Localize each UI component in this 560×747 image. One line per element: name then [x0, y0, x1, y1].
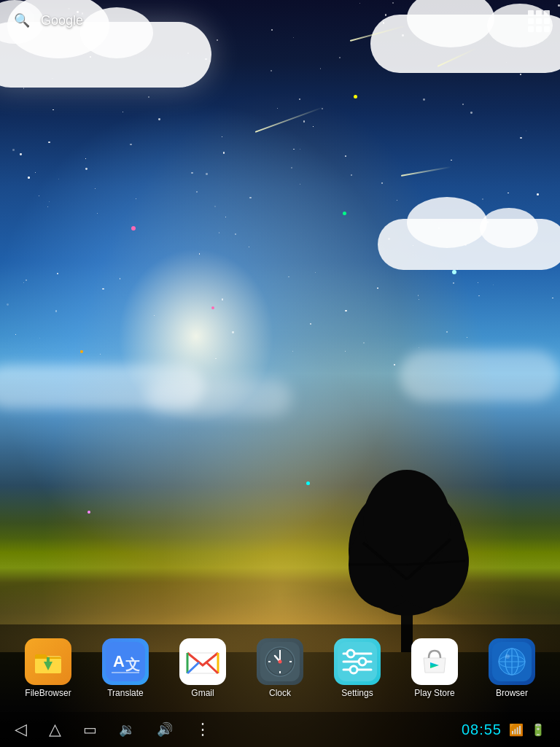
- playstore-icon: [411, 638, 458, 685]
- battery-icon: 🔋: [531, 723, 545, 737]
- sparkle: [80, 350, 83, 353]
- clock-icon: [257, 638, 303, 685]
- app-dock: FileBrowser A 文 Translate: [0, 624, 560, 712]
- tree-silhouette: [341, 448, 472, 652]
- svg-text:文: 文: [125, 657, 140, 673]
- back-button[interactable]: ◁: [15, 720, 27, 739]
- sparkle: [131, 226, 136, 231]
- drawer-grid-icon: [528, 10, 550, 32]
- app-drawer-button[interactable]: [528, 10, 550, 32]
- sparkle: [452, 270, 456, 274]
- svg-rect-12: [47, 657, 50, 665]
- cloud-mist-center: [146, 379, 292, 416]
- translate-icon: A 文: [102, 638, 149, 685]
- app-item-browser[interactable]: Browser: [479, 638, 545, 698]
- search-label: Google: [41, 13, 83, 28]
- playstore-label: Play Store: [414, 688, 454, 698]
- svg-point-4: [363, 470, 451, 572]
- sparkle: [306, 481, 310, 485]
- app-item-playstore[interactable]: Play Store: [402, 638, 467, 698]
- svg-text:A: A: [113, 652, 125, 670]
- home-button[interactable]: △: [49, 720, 61, 739]
- app-item-settings[interactable]: Settings: [324, 638, 390, 698]
- settings-icon: [334, 638, 381, 685]
- app-item-clock[interactable]: Clock: [247, 638, 313, 698]
- app-item-filebrowser[interactable]: FileBrowser: [15, 638, 81, 698]
- gmail-label: Gmail: [191, 688, 214, 698]
- status-bar: ◁ △ ▭ 🔉 🔊 ⋮ 08:55 📶 🔋: [0, 712, 560, 747]
- search-bar[interactable]: 🔍 Google: [9, 7, 83, 34]
- filebrowser-label: FileBrowser: [25, 688, 71, 698]
- svg-point-39: [350, 666, 357, 673]
- volume-up-button[interactable]: 🔊: [157, 721, 173, 738]
- app-item-gmail[interactable]: Gmail: [170, 638, 236, 698]
- cloud-middle-right: [378, 219, 560, 270]
- sparkle: [211, 306, 214, 309]
- menu-button[interactable]: ⋮: [195, 720, 211, 739]
- cloud-mist-right: [400, 350, 560, 401]
- search-icon-wrapper: 🔍: [9, 7, 35, 34]
- sparkle: [343, 212, 346, 215]
- browser-icon: [489, 638, 535, 685]
- app-item-translate[interactable]: A 文 Translate: [93, 638, 158, 698]
- sparkle: [88, 511, 90, 514]
- volume-down-button[interactable]: 🔉: [119, 721, 135, 738]
- status-right: 08:55 📶 🔋: [462, 721, 545, 738]
- browser-label: Browser: [496, 688, 528, 698]
- svg-point-48: [505, 654, 510, 659]
- translate-label: Translate: [107, 688, 144, 698]
- time-display: 08:55: [462, 721, 502, 738]
- recents-button[interactable]: ▭: [83, 721, 97, 738]
- svg-point-32: [279, 660, 282, 664]
- svg-point-37: [359, 658, 366, 665]
- filebrowser-icon: [25, 638, 71, 685]
- search-icon: 🔍: [14, 12, 30, 28]
- wifi-icon: 📶: [509, 723, 524, 737]
- svg-point-35: [347, 650, 354, 657]
- nav-buttons: ◁ △ ▭ 🔉 🔊 ⋮: [15, 720, 211, 739]
- clock-label: Clock: [269, 688, 291, 698]
- sparkle: [354, 95, 357, 98]
- gmail-icon: [179, 638, 226, 685]
- settings-label: Settings: [341, 688, 373, 698]
